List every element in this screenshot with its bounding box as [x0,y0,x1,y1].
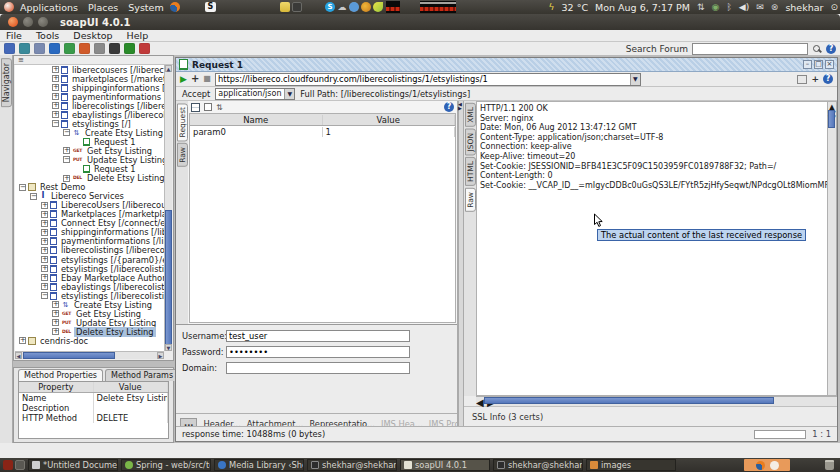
scroll-right-icon[interactable]: ▶ [157,352,164,359]
system-monitor-applet-wide[interactable] [420,1,456,13]
params-checkbox-icon[interactable] [204,103,212,111]
tree-expander-icon[interactable] [41,211,48,218]
tree-expander-icon[interactable] [52,93,59,100]
firefox-launcher-icon[interactable] [170,2,180,12]
tree-expander-icon[interactable] [52,102,59,109]
tabbed-layout-icon[interactable] [797,75,807,84]
tree-expander-icon[interactable] [41,220,48,227]
tray-icon[interactable]: ⇅ [697,0,705,14]
menubar-item[interactable]: Help [127,30,149,41]
property-row[interactable]: HTTP Method DELETE [19,413,168,423]
cloud-tray-icon[interactable]: ☁ [337,2,347,12]
param-value-cell[interactable]: 1 [323,127,456,137]
thunderbird-tray-icon[interactable] [361,2,371,12]
scroll-left-icon[interactable]: ◀ [476,397,484,408]
tree-expander-icon[interactable] [52,66,59,73]
add-to-testcase-icon[interactable]: + [191,72,199,86]
tree-expander-icon[interactable] [30,193,37,200]
tray-icon[interactable]: ⊗ [771,0,779,14]
tree-item[interactable]: Update Etsy Listing [15,155,164,164]
tree-expander-icon[interactable] [41,229,48,236]
navigator-tab[interactable]: Navigator [1,58,12,107]
skype-tray-icon[interactable]: S [205,2,216,12]
navigator-vscroll-thumb[interactable] [165,210,172,345]
show-desktop-icon[interactable] [3,460,13,470]
top-panel-menu[interactable]: Places [88,2,118,13]
property-value-cell[interactable]: DELETE [94,413,169,423]
toolbar-icon[interactable] [19,43,30,54]
navigator-horizontal-scrollbar[interactable]: ◀ ▶ [15,351,164,359]
submit-request-icon[interactable]: ▶ [180,72,187,86]
search-icon[interactable] [812,44,822,54]
search-forum-input[interactable] [692,43,808,55]
globe-tray-icon[interactable] [349,2,359,12]
response-view-tab[interactable]: Raw [465,188,476,212]
update-notification-icon[interactable] [770,461,779,470]
window-minimize-button[interactable] [23,17,33,27]
tree-expander-icon[interactable] [41,283,48,290]
pane-splitter[interactable]: ◀▶ [458,101,464,426]
toolbar-icon[interactable] [34,43,45,54]
tree-expander-icon[interactable] [41,292,48,299]
scroll-left-icon[interactable]: ◀ [15,352,22,359]
property-row[interactable]: Description [19,403,168,413]
tray-icon[interactable]: ✉ [756,0,764,14]
tree-expander-icon[interactable] [52,111,59,118]
params-sort-icon[interactable]: ⇅ [216,103,223,112]
menubar-item[interactable]: File [6,30,22,41]
menubar-item[interactable]: Tools [36,30,59,41]
tree-expander-icon[interactable] [52,319,59,326]
scroll-up-icon[interactable]: ▲ [165,65,172,72]
tree-expander-icon[interactable] [63,156,70,163]
tree-expander-icon[interactable] [19,184,26,191]
ssl-info-label[interactable]: SSL Info (3 certs) [472,412,543,422]
user-menu[interactable]: shekhar [785,2,823,13]
power-icon[interactable]: ⊙ [830,0,838,14]
splitter-collapse-icon[interactable]: ◀▶ [458,102,462,110]
notes-tray-icon[interactable] [280,2,290,12]
response-view-tab[interactable]: XML [465,103,476,127]
username-field[interactable] [226,330,410,342]
endpoint-combo[interactable]: ▼ [215,73,641,86]
toolbar-icon[interactable] [94,43,105,54]
window-maximize-button[interactable] [38,17,48,27]
param-name-cell[interactable]: param0 [190,127,323,137]
tree-expander-icon[interactable] [63,147,70,154]
properties-tab[interactable]: Method Properties [18,369,103,381]
toolbar-icon[interactable] [64,43,75,54]
tree-expander-icon[interactable] [41,274,48,281]
toolbar-icon[interactable] [49,43,60,54]
accept-combo[interactable]: application/json ▼ [215,88,295,100]
toolbar-icon[interactable] [4,43,15,54]
response-hscroll-thumb[interactable] [484,397,774,404]
response-view-tab[interactable]: JSON [465,129,476,156]
tray-icon[interactable]: ◉ [712,0,720,14]
tree-expander-icon[interactable] [19,337,26,344]
edit-params-grid-icon[interactable] [191,103,200,112]
property-value-cell[interactable]: Delete Etsy Listing [94,393,169,403]
taskbar-window-button[interactable]: Spring - web/src/test... [121,459,211,471]
domain-field[interactable] [226,362,410,374]
top-panel-menu[interactable]: System [128,2,163,13]
request-window-titlebar[interactable]: Request 1 – □ × [176,58,837,72]
temperature-readout[interactable]: 32 °C [562,2,589,13]
window-close-button[interactable] [8,17,18,27]
toolbar-icon[interactable] [124,43,135,54]
toolbar-icon[interactable] [139,43,150,54]
response-horizontal-scrollbar[interactable]: ◀ ▶ [476,396,837,406]
request-view-tab[interactable]: Raw [177,143,188,167]
tray-icon[interactable]: ᛒ [726,0,731,14]
property-row[interactable]: Name Delete Etsy Listing [19,393,168,403]
password-field[interactable] [226,346,410,358]
tree-expander-icon[interactable] [52,328,59,335]
editor-tray-icon[interactable] [292,2,302,12]
taskbar-window-button[interactable]: images [586,459,676,471]
request-restore-icon[interactable]: □ [814,60,823,69]
tree-expander-icon[interactable] [41,247,48,254]
request-view-tab[interactable]: Request [177,103,188,141]
trash-applet-icon[interactable] [825,460,834,470]
tree-expander-icon[interactable] [63,175,70,182]
distro-logo-icon[interactable] [4,2,14,12]
tree-expander-icon[interactable] [63,129,70,136]
params-help-icon[interactable]: ? [444,102,454,112]
